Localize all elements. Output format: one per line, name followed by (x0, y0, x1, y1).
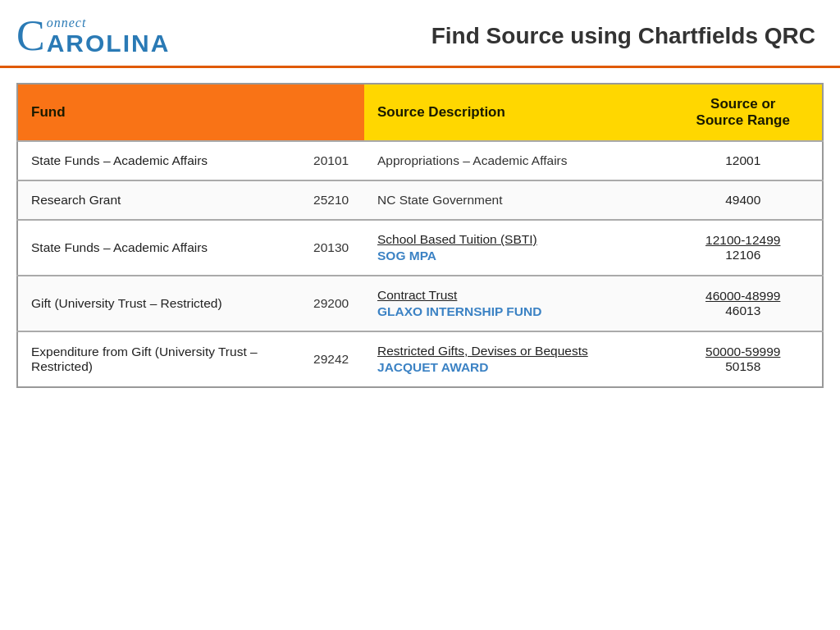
logo: C onnect AROLINA (16, 15, 197, 57)
fund-code: 25210 (298, 180, 364, 220)
source-primary-link[interactable]: Restricted Gifts, Devises or Bequests (377, 344, 651, 358)
range-plain: 49400 (677, 193, 809, 208)
fund-code: 29242 (298, 331, 364, 387)
source-description: NC State Government (364, 180, 664, 220)
source-primary-link[interactable]: School Based Tuition (SBTI) (377, 232, 651, 247)
col-fund: Fund (17, 84, 364, 141)
chartfields-table: Fund Source Description Source orSource … (16, 83, 824, 388)
range-plain: 50158 (677, 359, 809, 374)
range-plain: 12001 (677, 153, 809, 168)
source-range: 46000-4899946013 (664, 276, 823, 331)
range-plain: 12106 (677, 248, 809, 262)
table-row: Expenditure from Gift (University Trust … (17, 331, 823, 387)
fund-name: State Funds – Academic Affairs (17, 141, 298, 180)
source-range: 12100-1249912106 (664, 220, 823, 276)
source-sub: GLAXO INTERNSHIP FUND (377, 304, 651, 319)
page-header: C onnect AROLINA Find Source using Chart… (0, 0, 840, 68)
source-description: School Based Tuition (SBTI)SOG MPA (364, 220, 664, 276)
fund-name: State Funds – Academic Affairs (17, 220, 298, 276)
source-primary-link[interactable]: Contract Trust (377, 288, 651, 303)
source-range: 49400 (664, 180, 823, 220)
source-description: Contract TrustGLAXO INTERNSHIP FUND (364, 276, 664, 331)
range-link[interactable]: 12100-12499 (677, 233, 809, 248)
source-sub: SOG MPA (377, 249, 651, 263)
logo-text: onnect AROLINA (47, 16, 171, 56)
table-row: State Funds – Academic Affairs20101Appro… (17, 141, 823, 180)
fund-code: 29200 (298, 276, 364, 331)
fund-name: Expenditure from Gift (University Trust … (17, 331, 298, 387)
source-primary: NC State Government (377, 193, 502, 207)
col-source-range: Source orSource Range (664, 84, 823, 141)
fund-code: 20130 (298, 220, 364, 276)
table-row: State Funds – Academic Affairs20130Schoo… (17, 220, 823, 276)
table-row: Gift (University Trust – Restricted)2920… (17, 276, 823, 331)
fund-code: 20101 (298, 141, 364, 180)
fund-name: Research Grant (17, 180, 298, 220)
col-source-description: Source Description (364, 84, 664, 141)
range-link[interactable]: 50000-59999 (677, 345, 809, 359)
table-row: Research Grant25210NC State Government49… (17, 180, 823, 220)
logo-carolina: AROLINA (47, 30, 171, 57)
source-range: 50000-5999950158 (664, 331, 823, 387)
logo-c-letter: C (16, 15, 45, 57)
page-title: Find Source using Chartfields QRC (197, 23, 815, 49)
table-header-row: Fund Source Description Source orSource … (17, 84, 823, 141)
source-description: Appropriations – Academic Affairs (364, 141, 664, 180)
range-link[interactable]: 46000-48999 (677, 289, 809, 304)
logo-connect: onnect (47, 16, 171, 30)
range-plain: 46013 (677, 304, 809, 318)
source-primary: Appropriations – Academic Affairs (377, 153, 567, 167)
source-description: Restricted Gifts, Devises or BequestsJAC… (364, 331, 664, 387)
main-content: Fund Source Description Source orSource … (0, 68, 840, 404)
source-sub: JACQUET AWARD (377, 360, 651, 375)
fund-name: Gift (University Trust – Restricted) (17, 276, 298, 331)
source-range: 12001 (664, 141, 823, 180)
